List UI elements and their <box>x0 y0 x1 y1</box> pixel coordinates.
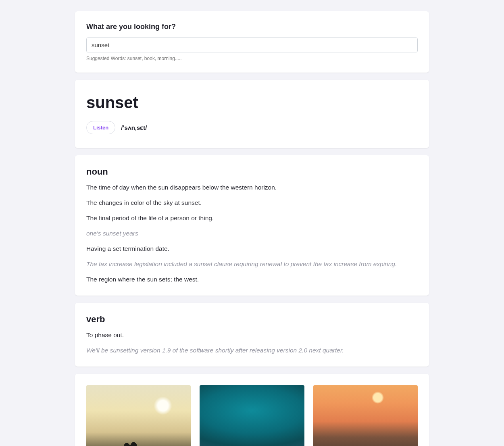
word-image <box>86 385 191 446</box>
images-card <box>75 374 429 446</box>
definition-text: To phase out. <box>86 330 418 340</box>
search-title: What are you looking for? <box>86 23 418 31</box>
pos-heading: verb <box>86 314 418 325</box>
definition-text: The final period of the life of a person… <box>86 213 418 223</box>
word-card: sunset Listen /ˈsʌnˌsɛt/ <box>75 80 429 148</box>
definition-block: The final period of the life of a person… <box>86 213 418 238</box>
definition-text: The time of day when the sun disappears … <box>86 183 418 192</box>
definition-block: The changes in color of the sky at sunse… <box>86 198 418 208</box>
listen-button[interactable]: Listen <box>86 121 115 134</box>
definition-text: The changes in color of the sky at sunse… <box>86 198 418 208</box>
word-title: sunset <box>86 94 418 111</box>
definition-block: The time of day when the sun disappears … <box>86 183 418 192</box>
word-image <box>313 385 418 446</box>
pronunciation: /ˈsʌnˌsɛt/ <box>121 124 147 131</box>
search-card: What are you looking for? Suggested Word… <box>75 11 429 73</box>
search-input[interactable] <box>86 38 418 52</box>
pos-heading: noun <box>86 167 418 177</box>
listen-row: Listen /ˈsʌnˌsɛt/ <box>86 121 418 134</box>
word-image <box>200 385 304 446</box>
definition-example: one's sunset years <box>86 229 418 238</box>
definition-block: Having a set termination date. The tax i… <box>86 244 418 269</box>
definition-example: The tax increase legislation included a … <box>86 259 418 269</box>
images-row <box>86 385 418 446</box>
definition-example: We'll be sunsetting version 1.9 of the s… <box>86 346 418 355</box>
suggested-words: Suggested Words: sunset, book, morning..… <box>86 56 418 61</box>
definition-text: The region where the sun sets; the west. <box>86 275 418 284</box>
definition-text: Having a set termination date. <box>86 244 418 254</box>
definition-block: To phase out. We'll be sunsetting versio… <box>86 330 418 355</box>
definition-card-verb: verb To phase out. We'll be sunsetting v… <box>75 303 429 367</box>
definition-card-noun: noun The time of day when the sun disapp… <box>75 155 429 296</box>
definition-block: The region where the sun sets; the west. <box>86 275 418 284</box>
